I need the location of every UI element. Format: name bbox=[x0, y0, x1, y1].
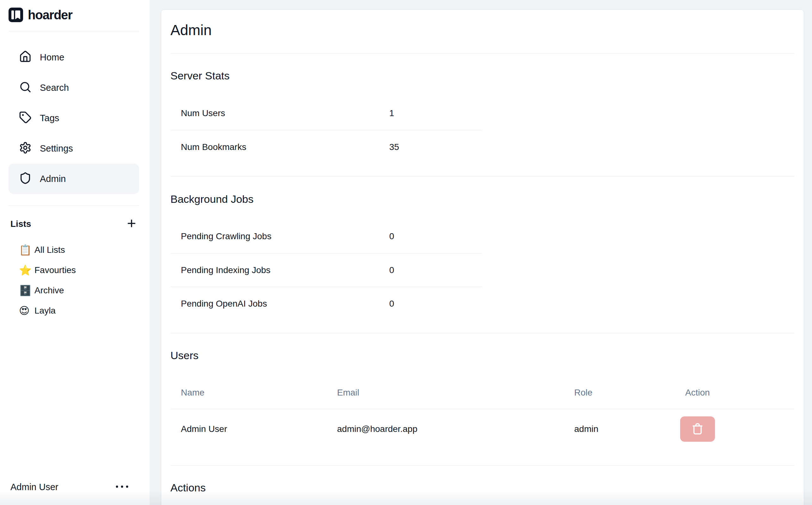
admin-card: Admin Server Stats Num Users 1 Num Bookm… bbox=[161, 9, 804, 505]
user-email-cell: admin@hoarder.app bbox=[327, 424, 564, 434]
list-item-label: Favourties bbox=[34, 265, 76, 275]
job-label: Pending OpenAI Jobs bbox=[171, 299, 267, 309]
current-user-name: Admin User bbox=[9, 482, 58, 492]
main-area: Admin Server Stats Num Users 1 Num Bookm… bbox=[150, 0, 812, 505]
table-row: Pending Crawling Jobs 0 bbox=[171, 219, 482, 253]
column-header-email: Email bbox=[327, 388, 564, 398]
table-row: Pending Indexing Jobs 0 bbox=[171, 253, 482, 287]
list-item-layla[interactable]: 😍 Layla bbox=[9, 301, 139, 321]
sidebar-item-search[interactable]: Search bbox=[9, 72, 139, 103]
users-table-header: Name Email Role Action bbox=[171, 376, 795, 409]
list-item-label: All Lists bbox=[34, 245, 65, 255]
sidebar-item-label: Home bbox=[40, 52, 64, 63]
server-stats-table: Num Users 1 Num Bookmarks 35 bbox=[171, 97, 482, 164]
user-action-cell bbox=[675, 416, 795, 442]
heart-eyes-icon: 😍 bbox=[19, 306, 32, 316]
brand-name: hoarder bbox=[28, 8, 72, 22]
sidebar-item-tags[interactable]: Tags bbox=[9, 103, 139, 133]
bookmark-logo-icon bbox=[9, 8, 23, 22]
divider bbox=[171, 333, 795, 333]
job-label: Pending Indexing Jobs bbox=[171, 265, 270, 275]
server-stats-heading: Server Stats bbox=[171, 69, 795, 82]
stat-label: Num Bookmarks bbox=[171, 142, 246, 152]
sidebar-item-label: Tags bbox=[40, 113, 59, 123]
divider bbox=[171, 466, 795, 466]
star-icon: ⭐ bbox=[19, 265, 32, 275]
sidebar-item-admin[interactable]: Admin bbox=[9, 164, 139, 194]
sidebar-divider-lists bbox=[9, 205, 139, 206]
column-header-name: Name bbox=[171, 388, 327, 398]
search-icon bbox=[19, 81, 32, 95]
user-menu-button[interactable] bbox=[112, 479, 131, 495]
ellipsis-icon bbox=[116, 484, 128, 490]
sidebar-item-label: Settings bbox=[40, 143, 73, 154]
add-list-button[interactable] bbox=[124, 217, 139, 231]
job-value: 0 bbox=[389, 299, 394, 309]
sidebar-divider-top bbox=[9, 31, 139, 31]
user-role-cell: admin bbox=[564, 424, 675, 434]
divider bbox=[171, 53, 795, 53]
sidebar: hoarder Home Search Tags Settings Admin … bbox=[0, 0, 150, 505]
sidebar-item-label: Admin bbox=[40, 174, 66, 184]
sidebar-footer: Admin User bbox=[9, 477, 139, 497]
page-title: Admin bbox=[171, 21, 795, 39]
users-table: Name Email Role Action Admin User admin@… bbox=[171, 376, 795, 449]
file-cabinet-icon: 🗄️ bbox=[19, 286, 32, 296]
trash-icon bbox=[691, 422, 704, 436]
user-name-cell: Admin User bbox=[171, 424, 327, 434]
lists-header: Lists bbox=[9, 216, 139, 231]
clipboard-icon: 📋 bbox=[19, 245, 32, 255]
gear-icon bbox=[19, 141, 32, 155]
table-row: Admin User admin@hoarder.app admin bbox=[171, 409, 795, 449]
job-label: Pending Crawling Jobs bbox=[171, 231, 271, 241]
tag-icon bbox=[19, 111, 32, 125]
home-icon bbox=[19, 50, 32, 64]
plus-icon bbox=[126, 218, 137, 230]
stat-value: 35 bbox=[389, 142, 399, 152]
table-row: Num Bookmarks 35 bbox=[171, 130, 482, 164]
background-jobs-heading: Background Jobs bbox=[171, 193, 795, 205]
stat-label: Num Users bbox=[171, 108, 225, 118]
sidebar-item-home[interactable]: Home bbox=[9, 42, 139, 72]
sidebar-nav: Home Search Tags Settings Admin bbox=[9, 42, 139, 194]
sidebar-item-label: Search bbox=[40, 82, 69, 93]
job-value: 0 bbox=[389, 231, 394, 241]
background-jobs-table: Pending Crawling Jobs 0 Pending Indexing… bbox=[171, 219, 482, 320]
shield-icon bbox=[19, 172, 32, 186]
table-row: Num Users 1 bbox=[171, 97, 482, 130]
users-heading: Users bbox=[171, 349, 795, 362]
divider bbox=[171, 176, 795, 177]
list-item-favourties[interactable]: ⭐ Favourties bbox=[9, 260, 139, 280]
sidebar-item-settings[interactable]: Settings bbox=[9, 133, 139, 164]
column-header-role: Role bbox=[564, 388, 675, 398]
lists: 📋 All Lists ⭐ Favourties 🗄️ Archive 😍 La… bbox=[9, 240, 139, 321]
list-item-label: Layla bbox=[34, 306, 56, 316]
column-header-action: Action bbox=[675, 388, 795, 398]
list-item-label: Archive bbox=[34, 286, 64, 296]
lists-title: Lists bbox=[10, 219, 31, 229]
brand-logo[interactable]: hoarder bbox=[9, 7, 139, 23]
actions-heading: Actions bbox=[171, 481, 795, 494]
stat-value: 1 bbox=[389, 108, 394, 118]
list-item-archive[interactable]: 🗄️ Archive bbox=[9, 280, 139, 301]
job-value: 0 bbox=[389, 265, 394, 275]
table-row: Pending OpenAI Jobs 0 bbox=[171, 287, 482, 320]
delete-user-button[interactable] bbox=[680, 416, 715, 442]
list-item-all-lists[interactable]: 📋 All Lists bbox=[9, 240, 139, 260]
